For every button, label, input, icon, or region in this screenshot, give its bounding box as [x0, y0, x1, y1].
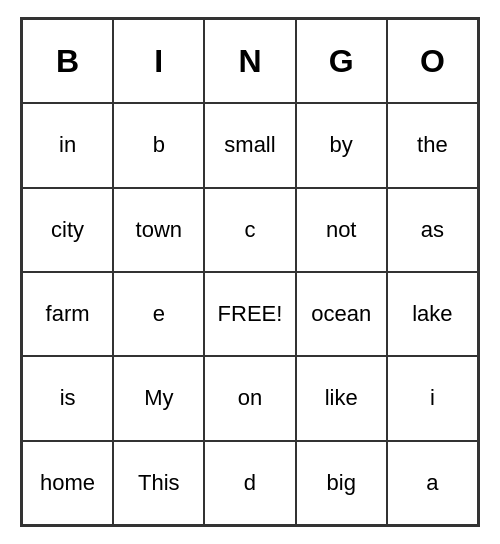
cell-r1c3: small	[204, 103, 295, 187]
bingo-card: B I N G O in b small by the city town c …	[20, 17, 480, 527]
cell-r3c2: e	[113, 272, 204, 356]
cell-r2c2: town	[113, 188, 204, 272]
cell-r3c5: lake	[387, 272, 478, 356]
cell-r4c5: i	[387, 356, 478, 440]
cell-r2c3: c	[204, 188, 295, 272]
cell-r5c2: This	[113, 441, 204, 525]
cell-r1c5: the	[387, 103, 478, 187]
cell-r3c4: ocean	[296, 272, 387, 356]
header-i: I	[113, 19, 204, 103]
cell-r4c1: is	[22, 356, 113, 440]
cell-r1c4: by	[296, 103, 387, 187]
header-o: O	[387, 19, 478, 103]
cell-r5c3: d	[204, 441, 295, 525]
cell-r3c1: farm	[22, 272, 113, 356]
cell-r1c2: b	[113, 103, 204, 187]
cell-r2c5: as	[387, 188, 478, 272]
cell-r4c3: on	[204, 356, 295, 440]
header-n: N	[204, 19, 295, 103]
cell-r5c5: a	[387, 441, 478, 525]
cell-r4c4: like	[296, 356, 387, 440]
cell-r5c1: home	[22, 441, 113, 525]
cell-r1c1: in	[22, 103, 113, 187]
cell-r2c1: city	[22, 188, 113, 272]
header-g: G	[296, 19, 387, 103]
cell-r2c4: not	[296, 188, 387, 272]
cell-r4c2: My	[113, 356, 204, 440]
header-b: B	[22, 19, 113, 103]
cell-r3c3-free: FREE!	[204, 272, 295, 356]
cell-r5c4: big	[296, 441, 387, 525]
